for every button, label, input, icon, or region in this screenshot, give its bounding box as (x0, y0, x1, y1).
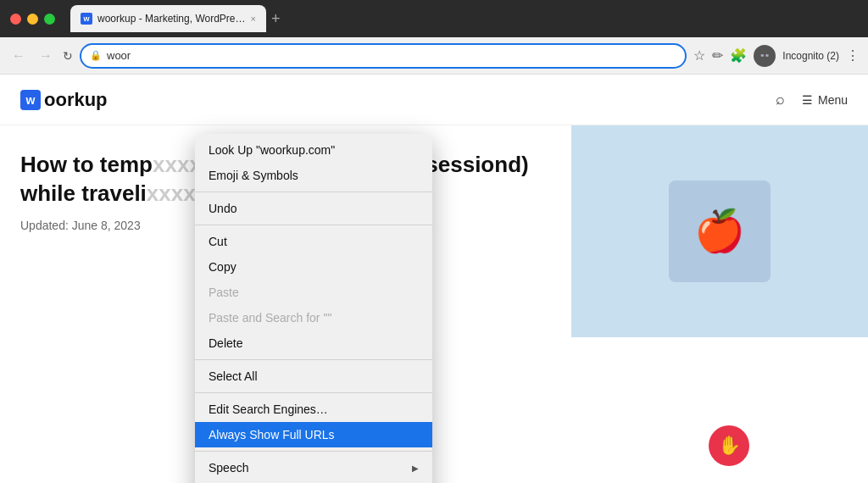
search-button[interactable]: ⌕ (776, 91, 785, 108)
menu-item-select-all[interactable]: Select All (195, 364, 432, 389)
maximize-window-button[interactable] (44, 14, 55, 25)
incognito-label: Incognito (2) (782, 50, 839, 62)
menu-item-paste-search: Paste and Search for "" (195, 305, 432, 330)
menu-separator-3 (195, 359, 432, 360)
tab-bar: w woorkup - Marketing, WordPre… × + (70, 5, 858, 32)
menu-item-paste: Paste (195, 280, 432, 305)
menu-item-copy[interactable]: Copy (195, 254, 432, 280)
address-text: woor (107, 49, 131, 62)
thumbnail-area: 🍎 (571, 125, 868, 337)
addressbar-row: ← → ↻ 🔒 woor ☆ ✏ 🧩 👓 Incognito (2) ⋮ (0, 37, 868, 75)
lock-icon: 🔒 (90, 50, 102, 61)
menu-item-delete[interactable]: Delete (195, 330, 432, 356)
menu-item-look-up[interactable]: Look Up "woorkup.com" (195, 137, 432, 163)
forward-button[interactable]: → (36, 45, 56, 67)
refresh-button[interactable]: ↻ (63, 49, 73, 63)
star-button[interactable]: ☆ (693, 47, 705, 64)
menu-label: Menu (818, 93, 848, 107)
extensions-button[interactable]: 🧩 (730, 47, 747, 64)
stop-icon: ✋ (718, 435, 741, 457)
titlebar: w woorkup - Marketing, WordPre… × + (0, 0, 868, 37)
menu-separator-1 (195, 192, 432, 192)
address-bar[interactable]: 🔒 woor (80, 43, 687, 69)
traffic-lights (10, 14, 55, 25)
menu-item-edit-search[interactable]: Edit Search Engines… (195, 397, 432, 422)
new-tab-button[interactable]: + (271, 10, 281, 28)
menu-item-cut[interactable]: Cut (195, 229, 432, 254)
tab-favicon: w (81, 13, 92, 25)
back-button[interactable]: ← (8, 45, 29, 67)
close-window-button[interactable] (10, 14, 21, 25)
menu-item-always-show[interactable]: Always Show Full URLs (195, 422, 432, 447)
stop-button[interactable]: ✋ (709, 425, 749, 466)
toolbar-icons: ☆ ✏ 🧩 👓 Incognito (2) ⋮ (693, 45, 860, 67)
menu-separator-4 (195, 392, 432, 393)
logo-icon: w (20, 90, 41, 110)
tab-title: woorkup - Marketing, WordPre… (97, 13, 246, 25)
menu-icon: ☰ (802, 93, 813, 107)
tab-close-button[interactable]: × (251, 14, 256, 24)
menu-item-undo[interactable]: Undo (195, 196, 432, 221)
page-content: w oorkup ⌕ ☰ Menu How to tempxxxxxxxx cl… (0, 75, 868, 483)
site-header: w oorkup ⌕ ☰ Menu (0, 75, 868, 125)
minimize-window-button[interactable] (27, 14, 38, 25)
thumbnail-image: 🍎 (669, 180, 771, 282)
site-nav: ⌕ ☰ Menu (776, 91, 848, 108)
menu-button[interactable]: ☰ Menu (802, 93, 848, 107)
logo-text: oorkup (44, 89, 108, 111)
site-logo: w oorkup (20, 89, 108, 111)
more-options-button[interactable]: ⋮ (846, 47, 860, 64)
incognito-avatar[interactable]: 👓 (754, 45, 776, 67)
menu-item-emoji[interactable]: Emoji & Symbols (195, 163, 432, 188)
menu-separator-5 (195, 451, 432, 452)
menu-separator-2 (195, 225, 432, 225)
submenu-arrow-speech: ▶ (412, 464, 419, 473)
context-menu: Look Up "woorkup.com" Emoji & Symbols Un… (195, 134, 432, 483)
menu-item-speech[interactable]: Speech ▶ (195, 455, 432, 480)
edit-button[interactable]: ✏ (712, 47, 723, 64)
active-tab[interactable]: w woorkup - Marketing, WordPre… × (70, 5, 266, 32)
